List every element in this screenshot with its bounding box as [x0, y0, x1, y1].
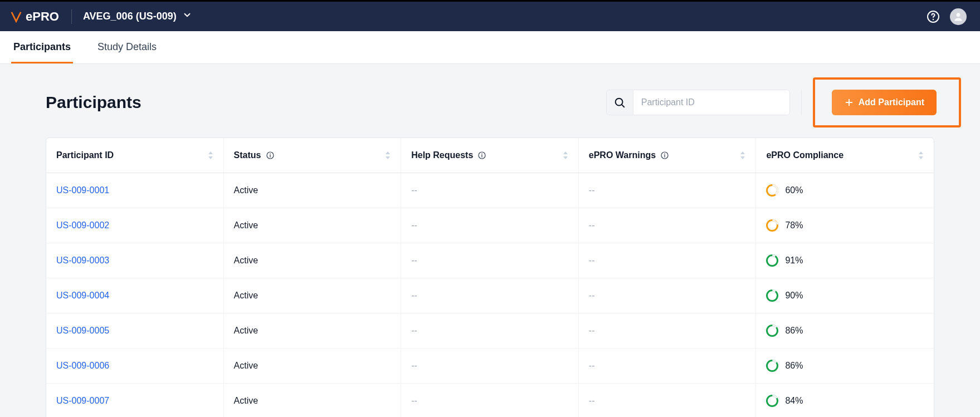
info-icon — [660, 151, 669, 160]
help-cell: -- — [401, 278, 579, 313]
table-row: US-009-0002Active----78% — [46, 208, 934, 243]
logo-v-icon — [10, 11, 22, 23]
help-cell: -- — [401, 384, 579, 417]
compliance-cell: 86% — [756, 313, 934, 348]
search-icon-box — [607, 90, 633, 115]
toolbar: Participants Add Participant — [46, 77, 934, 127]
search-input[interactable] — [633, 90, 789, 115]
study-label: AVEG_006 (US-009) — [83, 11, 177, 22]
search-field[interactable] — [606, 90, 790, 115]
status-cell: Active — [224, 243, 402, 278]
help-cell: -- — [401, 313, 579, 348]
compliance-ring-icon — [766, 254, 778, 267]
table-row: US-009-0005Active----86% — [46, 313, 934, 349]
tab-study-details[interactable]: Study Details — [95, 31, 159, 63]
warnings-cell: -- — [579, 173, 757, 208]
sort-icon — [385, 151, 391, 159]
col-epro-compliance-label: ePRO Compliance — [766, 150, 844, 160]
col-help-requests-label: Help Requests — [411, 150, 473, 160]
user-icon — [953, 11, 964, 22]
svg-point-8 — [270, 154, 271, 155]
col-epro-compliance[interactable]: ePRO Compliance — [756, 138, 934, 173]
sort-icon — [740, 151, 745, 159]
compliance-value: 91% — [785, 256, 803, 266]
add-participant-button[interactable]: Add Participant — [832, 90, 937, 115]
plus-icon — [844, 97, 854, 107]
svg-point-2 — [957, 13, 961, 17]
col-status-label: Status — [234, 150, 261, 160]
compliance-cell: 90% — [756, 278, 934, 313]
help-cell: -- — [401, 243, 579, 278]
table-body: US-009-0001Active----60%US-009-0002Activ… — [46, 173, 934, 417]
table-header: Participant ID Status Help Requests — [46, 138, 934, 173]
compliance-ring-icon — [766, 360, 778, 372]
participant-link[interactable]: US-009-0006 — [56, 361, 109, 371]
col-participant-id-label: Participant ID — [56, 150, 114, 160]
participant-link[interactable]: US-009-0003 — [56, 256, 109, 266]
table-row: US-009-0003Active----91% — [46, 243, 934, 278]
table-row: US-009-0001Active----60% — [46, 173, 934, 208]
info-icon — [266, 151, 275, 160]
compliance-cell: 78% — [756, 208, 934, 243]
top-bar: ePRO AVEG_006 (US-009) — [0, 0, 980, 31]
compliance-cell: 60% — [756, 173, 934, 208]
info-icon — [477, 151, 486, 160]
help-cell: -- — [401, 349, 579, 383]
search-icon — [613, 96, 626, 109]
compliance-value: 86% — [785, 361, 803, 371]
help-icon — [927, 10, 940, 23]
col-epro-warnings-label: ePRO Warnings — [589, 150, 656, 160]
add-participant-label: Add Participant — [859, 97, 924, 107]
warnings-cell: -- — [579, 384, 757, 417]
participant-link[interactable]: US-009-0002 — [56, 220, 109, 230]
participant-link[interactable]: US-009-0005 — [56, 326, 109, 336]
svg-line-4 — [622, 105, 624, 107]
col-help-requests[interactable]: Help Requests — [401, 138, 579, 173]
compliance-cell: 86% — [756, 349, 934, 383]
participant-link[interactable]: US-009-0001 — [56, 185, 109, 195]
user-avatar[interactable] — [950, 8, 967, 25]
help-cell: -- — [401, 208, 579, 243]
table-row: US-009-0006Active----86% — [46, 349, 934, 384]
svg-point-11 — [482, 154, 483, 155]
compliance-value: 84% — [785, 396, 803, 406]
tab-participants[interactable]: Participants — [11, 31, 73, 63]
page-title: Participants — [46, 93, 142, 112]
status-cell: Active — [224, 208, 402, 243]
status-cell: Active — [224, 278, 402, 313]
sort-icon — [918, 151, 924, 159]
compliance-cell: 84% — [756, 384, 934, 417]
compliance-ring-icon — [766, 219, 778, 232]
top-right — [925, 8, 967, 25]
header-divider — [71, 9, 72, 24]
col-participant-id[interactable]: Participant ID — [46, 138, 224, 173]
compliance-ring-icon — [766, 325, 778, 337]
warnings-cell: -- — [579, 349, 757, 383]
tab-bar: Participants Study Details — [0, 31, 980, 64]
help-button[interactable] — [925, 9, 941, 24]
participant-link[interactable]: US-009-0007 — [56, 396, 109, 406]
chevron-down-icon — [182, 10, 192, 23]
col-epro-warnings[interactable]: ePRO Warnings — [579, 138, 757, 173]
app-logo[interactable]: ePRO — [10, 9, 59, 24]
warnings-cell: -- — [579, 313, 757, 348]
status-cell: Active — [224, 173, 402, 208]
svg-point-1 — [933, 18, 934, 19]
participant-link[interactable]: US-009-0004 — [56, 291, 109, 301]
compliance-value: 90% — [785, 291, 803, 301]
warnings-cell: -- — [579, 243, 757, 278]
table-row: US-009-0004Active----90% — [46, 278, 934, 313]
status-cell: Active — [224, 384, 402, 417]
compliance-ring-icon — [766, 184, 778, 197]
study-picker[interactable]: AVEG_006 (US-009) — [83, 10, 192, 23]
compliance-ring-icon — [766, 395, 778, 407]
warnings-cell: -- — [579, 208, 757, 243]
add-participant-highlight: Add Participant — [813, 77, 961, 127]
col-status[interactable]: Status — [224, 138, 402, 173]
compliance-value: 78% — [785, 220, 803, 230]
sort-icon — [563, 151, 568, 159]
app-name: ePRO — [26, 9, 59, 24]
page-content: Participants Add Participant Participant… — [0, 64, 980, 417]
svg-point-14 — [664, 154, 665, 155]
table-row: US-009-0007Active----84% — [46, 384, 934, 417]
